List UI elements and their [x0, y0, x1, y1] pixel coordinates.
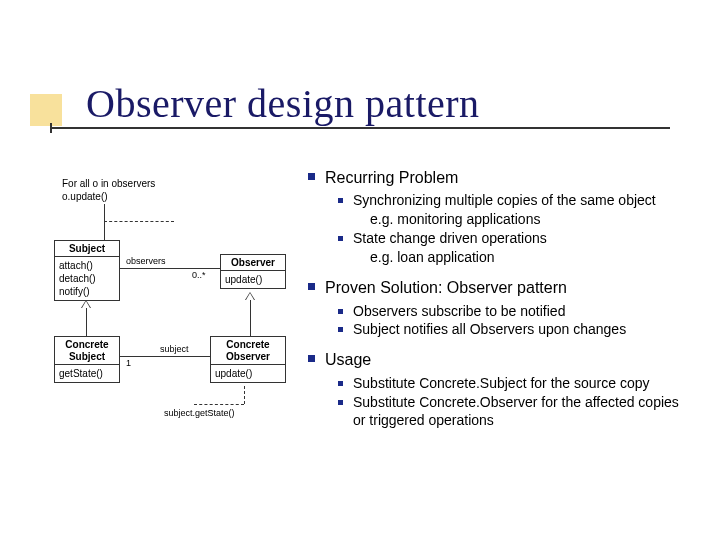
uml-class-body: update() [221, 271, 285, 288]
uml-label-subject: subject [160, 344, 189, 354]
uml-method: getState() [59, 367, 115, 380]
uml-class-head-l2: Observer [226, 351, 270, 362]
bullet-text: Recurring Problem [325, 168, 458, 188]
uml-class-head-l2: Subject [69, 351, 105, 362]
uml-method: detach() [59, 272, 115, 285]
uml-note-bracket [104, 204, 105, 240]
bullet-icon [338, 198, 343, 203]
bullet-l2: Synchronizing multiple copies of the sam… [338, 192, 690, 210]
rule-line [52, 127, 670, 129]
bullet-icon [338, 327, 343, 332]
bullet-text: Usage [325, 350, 371, 370]
bullet-icon [338, 236, 343, 241]
uml-label-observers: observers [126, 256, 166, 266]
uml-class-concrete-observer: Concrete Observer update() [210, 336, 286, 383]
uml-association [120, 268, 220, 269]
uml-method: notify() [59, 285, 115, 298]
bullet-text: State change driven operations [353, 230, 547, 248]
uml-gen-line [86, 308, 87, 336]
uml-method: update() [225, 273, 281, 286]
bullet-l1: Usage [308, 350, 690, 370]
uml-gen-line [250, 300, 251, 336]
bullet-text: Subject notifies all Observers upon chan… [353, 321, 626, 339]
uml-method: attach() [59, 259, 115, 272]
bullet-l1: Recurring Problem [308, 168, 690, 188]
uml-class-observer: Observer update() [220, 254, 286, 289]
uml-note: For all o in observers o.update() [62, 178, 155, 203]
uml-class-head: Concrete Observer [211, 337, 285, 365]
uml-class-body: update() [211, 365, 285, 382]
bullet-text: Synchronizing multiple copies of the sam… [353, 192, 656, 210]
bullet-text: Proven Solution: Observer pattern [325, 278, 567, 298]
uml-class-head-l1: Concrete [65, 339, 108, 350]
slide-title: Observer design pattern [86, 80, 480, 127]
bullet-icon [338, 400, 343, 405]
bullet-icon [308, 283, 315, 290]
uml-class-head: Subject [55, 241, 119, 257]
bullet-text: Substitute Concrete.Subject for the sour… [353, 375, 650, 393]
bullet-icon [308, 173, 315, 180]
uml-class-body: getState() [55, 365, 119, 382]
uml-class-head: Observer [221, 255, 285, 271]
content: Recurring Problem Synchronizing multiple… [308, 168, 690, 431]
uml-method: update() [215, 367, 281, 380]
bullet-text: Observers subscribe to be notified [353, 303, 565, 321]
uml-note-line1: For all o in observers [62, 178, 155, 189]
bullet-l3: e.g. loan application [370, 249, 690, 267]
bullet-l2: Observers subscribe to be notified [338, 303, 690, 321]
uml-note-dash [194, 404, 244, 405]
uml-class-subject: Subject attach() detach() notify() [54, 240, 120, 301]
bullet-text: Substitute Concrete.Observer for the aff… [353, 394, 690, 430]
bullet-l2: Substitute Concrete.Subject for the sour… [338, 375, 690, 393]
uml-note-connector [104, 221, 174, 222]
uml-class-concrete-subject: Concrete Subject getState() [54, 336, 120, 383]
bullet-icon [308, 355, 315, 362]
uml-class-body: attach() detach() notify() [55, 257, 119, 300]
uml-association [120, 356, 210, 357]
uml-gen-arrow [81, 300, 91, 308]
bullet-text: e.g. monitoring applications [370, 211, 540, 229]
bullet-icon [338, 309, 343, 314]
bullet-l2: Substitute Concrete.Observer for the aff… [338, 394, 690, 430]
uml-class-head: Concrete Subject [55, 337, 119, 365]
bullet-icon [338, 381, 343, 386]
bullet-l2: State change driven operations [338, 230, 690, 248]
accent-box [30, 94, 62, 126]
uml-note-dash [244, 386, 245, 404]
bullet-l1: Proven Solution: Observer pattern [308, 278, 690, 298]
uml-caption-getstate: subject.getState() [164, 408, 235, 418]
bullet-l2: Subject notifies all Observers upon chan… [338, 321, 690, 339]
uml-gen-arrow [245, 292, 255, 300]
uml-label-mult: 1 [126, 358, 131, 368]
bullet-text: e.g. loan application [370, 249, 495, 267]
uml-note-line2: o.update() [62, 191, 108, 202]
uml-label-mult: 0..* [192, 270, 206, 280]
bullet-l3: e.g. monitoring applications [370, 211, 690, 229]
uml-diagram: For all o in observers o.update() Subjec… [54, 178, 284, 418]
uml-class-head-l1: Concrete [226, 339, 269, 350]
